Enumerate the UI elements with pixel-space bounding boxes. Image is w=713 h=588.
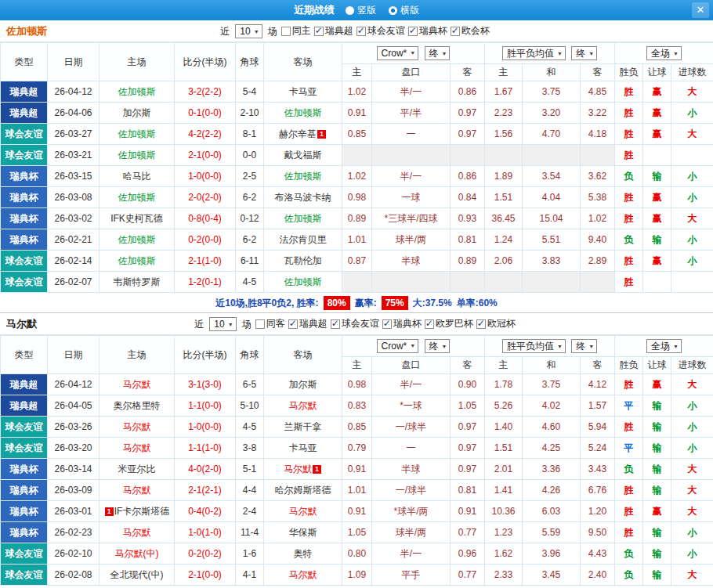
result-text: 胜 — [624, 107, 634, 118]
odds-handicap: 平/半 — [372, 103, 451, 124]
league-badge: 球会友谊 — [1, 438, 48, 459]
avg-home-odds: 5.26 — [485, 395, 523, 417]
league-badge: 瑞典杯 — [1, 480, 48, 501]
filter-checkbox[interactable] — [382, 319, 392, 329]
avg-home-odds: 1.78 — [485, 374, 523, 395]
team-name: 佐加顿斯 — [118, 234, 156, 245]
match-row: 瑞典超26-04-12佐加顿斯3-2(2-2)5-4卡马亚1.02半/一0.86… — [1, 81, 713, 103]
filter-checkbox[interactable] — [314, 27, 324, 36]
scope-select-group: 全场▼ — [615, 43, 713, 64]
final-avg-select[interactable]: 终▼ — [571, 339, 597, 353]
league-badge: 瑞典杯 — [1, 459, 48, 480]
result-text: 输 — [653, 464, 662, 474]
radio-icon[interactable] — [346, 6, 354, 15]
result-text: 输 — [653, 569, 662, 580]
filter-checkbox[interactable] — [408, 27, 418, 36]
filter-label: 同客 — [266, 317, 285, 330]
team-name: 马尔默 — [123, 442, 151, 453]
filter-checkbox-list: 同客瑞典超球会友谊瑞典杯欧罗巴杯欧冠杯 — [255, 317, 519, 331]
match-date: 26-03-09 — [48, 480, 100, 501]
matches-table-1: 类型 日期 主场 比分(半场) 角球 客场 Crow*▼ 终▼ 胜平负均值▼ 终… — [0, 42, 713, 293]
layout-radio-selected[interactable]: 横版 — [389, 4, 419, 17]
odds-handicap: 一/球半 — [372, 417, 451, 438]
score: 2-1(2-1) — [175, 480, 236, 501]
match-count-select[interactable]: 10▼ — [235, 24, 262, 38]
matches-table-2: 类型 日期 主场 比分(半场) 角球 客场 Crow*▼ 终▼ 胜平负均值▼ 终… — [0, 335, 713, 586]
close-button[interactable]: ✕ — [692, 2, 709, 18]
filter-checkbox[interactable] — [255, 319, 265, 329]
result-text: 小 — [688, 400, 697, 411]
avg-select[interactable]: 胜平负均值▼ — [502, 46, 566, 60]
handicap-result-cell: 赢 — [643, 501, 671, 522]
filter-checkbox[interactable] — [425, 319, 434, 329]
match-row: 球会友谊26-02-08全北现代(中)2-1(0-0)4-1马尔默1.09平手0… — [1, 565, 713, 586]
col-avg-away: 客 — [581, 64, 615, 81]
result-text: 大 — [688, 506, 697, 517]
odds-home: 1.02 — [342, 166, 372, 187]
handicap-result-cell — [643, 272, 671, 293]
match-row: 球会友谊26-03-26马尔默1-0(0-0)4-5兰斯干拿0.85一/球半0.… — [1, 417, 713, 438]
company-select[interactable]: Crow*▼ — [377, 46, 419, 60]
handicap-result-cell: 赢 — [643, 81, 671, 103]
away-team: 卡马亚 — [264, 438, 342, 459]
away-team: 哈尔姆斯塔德 — [264, 480, 342, 501]
team-name: 奥尔格里特 — [114, 400, 161, 411]
final-odds-select[interactable]: 终▼ — [425, 339, 451, 353]
filter-checkbox[interactable] — [281, 27, 291, 36]
final-odds-select[interactable]: 终▼ — [425, 46, 451, 60]
layout-radio-option[interactable]: 竖版 — [346, 4, 376, 17]
result-text: 赢 — [653, 255, 662, 266]
avg-home-odds: 2.33 — [485, 565, 523, 586]
section-header: 马尔默 近 10▼ 场 同客瑞典超球会友谊瑞典杯欧罗巴杯欧冠杯 — [0, 313, 713, 335]
home-team: IFK史柯瓦德 — [100, 208, 175, 229]
avg-draw-odds: 3.83 — [523, 251, 581, 272]
filter-checkbox[interactable] — [356, 27, 366, 36]
match-row: 球会友谊26-03-20马尔默1-1(1-0)3-8卡马亚0.79一0.971.… — [1, 438, 713, 459]
goals-result-cell: 小 — [671, 395, 713, 417]
scope-select[interactable]: 全场▼ — [646, 339, 682, 353]
odds-away: 0.97 — [451, 417, 485, 438]
filter-checkbox[interactable] — [476, 319, 486, 329]
corner-score: 4-5 — [236, 272, 264, 293]
odds-home: 0.85 — [342, 417, 372, 438]
league-badge: 球会友谊 — [1, 565, 48, 586]
avg-away-odds — [581, 145, 615, 166]
score: 2-1(0-0) — [175, 145, 236, 166]
filter-label: 瑞典超 — [325, 24, 353, 38]
home-team: 米亚尔比 — [100, 459, 175, 480]
filter-item: 瑞典超 — [288, 317, 328, 330]
filter-checkbox[interactable] — [331, 319, 340, 329]
odds-handicap: 平手 — [372, 565, 451, 586]
away-team: 布洛马波卡纳 — [264, 187, 342, 208]
away-team: 马尔默1 — [264, 459, 342, 480]
result-cell: 胜 — [615, 417, 643, 438]
result-text: 赢 — [653, 107, 662, 118]
match-count-select[interactable]: 10▼ — [209, 317, 236, 331]
scope-select[interactable]: 全场▼ — [646, 46, 682, 60]
team-name: 奥特 — [294, 548, 313, 559]
final-avg-select[interactable]: 终▼ — [571, 46, 597, 60]
home-team: 加尔斯 — [100, 103, 175, 124]
odds-handicap: 一 — [372, 124, 451, 145]
avg-home-odds — [485, 145, 523, 166]
filter-item: 瑞典超 — [314, 24, 353, 38]
score: 2-1(0-0) — [175, 565, 236, 586]
home-team: 韦斯特罗斯 — [100, 272, 175, 293]
avg-away-odds: 3.43 — [581, 459, 615, 480]
filter-checkbox[interactable] — [451, 27, 460, 36]
radio-icon[interactable] — [389, 6, 397, 15]
league-badge: 瑞典杯 — [1, 208, 48, 229]
result-cell: 胜 — [615, 501, 643, 522]
league-badge: 瑞典杯 — [1, 501, 48, 522]
filter-label: 欧会杯 — [461, 24, 490, 38]
team-name: 瓦勒伦加 — [284, 255, 322, 266]
company-select[interactable]: Crow*▼ — [377, 339, 419, 353]
titlebar: 近期战绩 竖版横版 ✕ — [0, 0, 713, 20]
away-team: 瓦勒伦加 — [264, 251, 342, 272]
avg-select[interactable]: 胜平负均值▼ — [502, 339, 566, 353]
team-name: 马尔默(中) — [115, 548, 159, 559]
odds-home: 1.02 — [342, 81, 372, 103]
home-team: 马尔默 — [100, 480, 175, 501]
filter-checkbox[interactable] — [288, 319, 298, 329]
result-text: 大 — [688, 86, 697, 97]
